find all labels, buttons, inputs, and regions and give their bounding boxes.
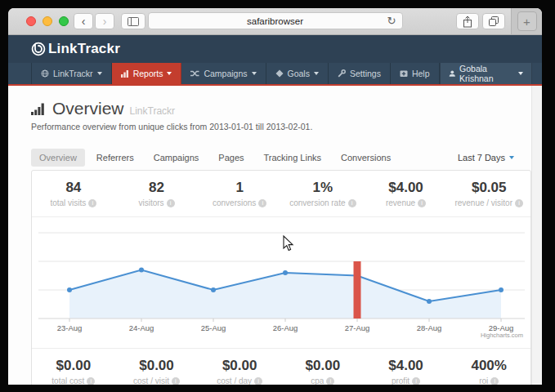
info-icon[interactable]: i	[87, 377, 95, 385]
mouse-cursor	[283, 235, 294, 252]
data-point[interactable]	[211, 287, 216, 292]
browser-titlebar: ‹ › safaribrowser ↻ +	[8, 8, 542, 35]
info-icon[interactable]: i	[418, 199, 426, 207]
address-bar[interactable]: safaribrowser ↻	[148, 12, 403, 29]
zoom-window-button[interactable]	[59, 16, 69, 26]
caret-down-icon	[97, 72, 102, 75]
tab-conversions[interactable]: Conversions	[333, 149, 399, 167]
report-tabs: Overview Referrers Campaigns Pages Track…	[31, 149, 519, 167]
stats-bars-icon	[31, 103, 47, 115]
info-icon[interactable]: i	[254, 377, 262, 385]
data-point[interactable]	[427, 299, 432, 304]
x-axis-label: 28-Aug	[417, 323, 442, 332]
stat-roi: 400% roii	[447, 358, 530, 385]
reload-icon[interactable]: ↻	[387, 15, 396, 27]
data-point[interactable]	[499, 287, 504, 292]
nav-item-reports[interactable]: Reports	[112, 63, 182, 84]
stat-total-cost: $0.00 total costi	[32, 358, 115, 385]
nav-item-linktrackr[interactable]: LinkTrackr	[31, 63, 112, 84]
data-point[interactable]	[283, 270, 288, 275]
stat-total-visits: 84 total visitsi	[32, 180, 115, 207]
clicks-chart: 23-Aug24-Aug25-Aug26-Aug27-Aug28-Aug29-A…	[32, 216, 530, 349]
page-heading: Overview LinkTrackr Performance overview…	[8, 86, 542, 131]
overview-panel: 84 total visitsi 82 visitorsi 1 conversi…	[31, 170, 531, 385]
data-point[interactable]	[139, 268, 144, 273]
nav-item-settings[interactable]: Settings	[329, 63, 391, 84]
scrollbar[interactable]	[531, 86, 542, 385]
page-content: Overview LinkTrackr Performance overview…	[8, 86, 542, 385]
info-icon[interactable]: i	[412, 377, 420, 385]
nav-item-campaigns[interactable]: Campaigns	[181, 63, 266, 84]
stat-visitors: 82 visitorsi	[115, 180, 199, 207]
shuffle-icon	[190, 69, 199, 78]
info-icon[interactable]: i	[326, 377, 334, 385]
tab-campaigns[interactable]: Campaigns	[145, 149, 208, 167]
info-icon[interactable]: i	[172, 377, 180, 385]
highlight-column[interactable]	[354, 261, 361, 318]
back-icon: ‹	[82, 16, 86, 27]
caret-down-icon	[509, 156, 514, 159]
area-fill	[69, 270, 501, 319]
back-button[interactable]: ‹	[74, 13, 93, 29]
user-name: Gobala Krishnan	[459, 64, 514, 83]
stat-cost-per-day: $0.00 cost / dayi	[198, 358, 281, 385]
area-chart-canvas[interactable]: 23-Aug24-Aug25-Aug26-Aug27-Aug28-Aug29-A…	[32, 217, 531, 346]
info-icon[interactable]: i	[515, 199, 523, 207]
stats-row-top: 84 total visitsi 82 visitorsi 1 conversi…	[32, 171, 530, 216]
info-icon[interactable]: i	[490, 377, 499, 385]
stat-conversion-rate: 1% conversion ratei	[281, 180, 365, 207]
nav-item-help[interactable]: Help	[391, 63, 440, 84]
forward-button[interactable]: ›	[95, 13, 114, 29]
tab-referrers[interactable]: Referrers	[88, 149, 142, 167]
forward-icon: ›	[103, 16, 107, 27]
tabs-overview-icon	[488, 16, 499, 27]
linktrackr-logo-icon	[31, 42, 46, 56]
info-icon[interactable]: i	[88, 199, 96, 207]
nav-item-goals[interactable]: Goals	[266, 63, 329, 84]
brand-name: LinkTrackr	[48, 41, 120, 57]
brand-logo[interactable]: LinkTrackr	[31, 41, 120, 57]
page-title: Overview	[52, 99, 124, 118]
data-point[interactable]	[67, 287, 72, 292]
screenshot-root: { "browser": { "url": "safaribrowser", "…	[0, 0, 555, 392]
info-icon[interactable]: i	[348, 199, 356, 207]
wrench-icon	[338, 69, 346, 78]
main-navbar: LinkTrackr Reports Campaigns Goals	[8, 63, 542, 86]
stat-profit: $4.00 profiti	[365, 358, 448, 385]
date-range-dropdown[interactable]: Last 7 Days	[458, 153, 514, 163]
stat-conversions: 1 conversionsi	[198, 180, 281, 207]
tab-tracking-links[interactable]: Tracking Links	[256, 149, 330, 167]
plus-icon: +	[523, 15, 530, 29]
stat-cpa: $0.00 cpai	[281, 358, 365, 385]
x-axis-label: 24-Aug	[129, 323, 154, 332]
sidebar-icon	[128, 17, 139, 26]
user-menu[interactable]: Gobala Krishnan	[440, 63, 532, 84]
stats-row-bottom: $0.00 total costi $0.00 cost / visiti $0…	[32, 349, 530, 385]
x-axis-label: 26-Aug	[273, 323, 298, 332]
tab-pages[interactable]: Pages	[210, 149, 252, 167]
page-title-suffix: LinkTrackr	[130, 105, 176, 117]
show-tabs-button[interactable]	[482, 13, 505, 29]
caret-down-icon	[252, 72, 257, 75]
new-tab-button[interactable]: +	[517, 11, 537, 31]
share-icon	[463, 16, 472, 28]
info-icon[interactable]: i	[258, 199, 266, 207]
stat-revenue-per-visitor: $0.05 revenue / visitori	[447, 180, 530, 207]
close-window-button[interactable]	[26, 16, 36, 26]
sidebar-toggle-button[interactable]	[121, 13, 145, 29]
new-tab-area: +	[511, 8, 542, 34]
chart-credit[interactable]: Highcharts.com	[481, 332, 523, 339]
caret-down-icon	[167, 72, 172, 75]
caret-down-icon	[518, 72, 523, 75]
minimize-window-button[interactable]	[43, 16, 52, 26]
globe-icon	[41, 69, 49, 78]
share-button[interactable]	[456, 13, 479, 29]
help-icon	[400, 69, 408, 78]
x-axis-label: 25-Aug	[201, 323, 226, 332]
bar-chart-icon	[121, 69, 129, 78]
tab-overview[interactable]: Overview	[31, 149, 85, 167]
x-axis-label: 23-Aug	[57, 323, 83, 332]
info-icon[interactable]: i	[167, 199, 175, 207]
browser-window: ‹ › safaribrowser ↻ +	[8, 8, 542, 385]
page-subtitle: Performance overview from unique clicks …	[31, 122, 519, 131]
